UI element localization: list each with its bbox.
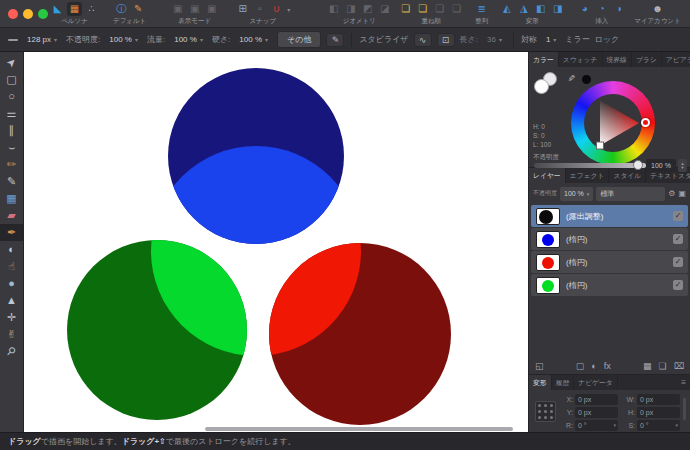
w-field-input[interactable]: 0 px	[637, 394, 680, 405]
color-opacity-slider[interactable]	[534, 163, 646, 168]
saturation-lightness-marker[interactable]	[597, 142, 604, 149]
flow-select[interactable]: 100 %▾	[170, 33, 207, 46]
synchronise-defaults-icon[interactable]: ⓘ	[114, 2, 129, 16]
insert-behind-icon[interactable]: ◕	[577, 2, 592, 16]
edit-brush-icon[interactable]: ✎	[326, 33, 344, 47]
layer-visibility-checkbox[interactable]: ✓	[673, 211, 683, 221]
column-marquee-tool[interactable]: ∥	[0, 122, 23, 139]
rotation-field-input[interactable]: 0 °▾	[575, 420, 618, 431]
snap-options-caret[interactable]: ▾	[287, 6, 290, 13]
blend-mode-select[interactable]: 標準	[596, 187, 665, 201]
pixel-persona-icon[interactable]: ▦	[67, 2, 82, 16]
color-opacity-stepper[interactable]: ▲▼	[678, 159, 687, 172]
layer-visibility-checkbox[interactable]: ✓	[673, 234, 683, 244]
zoom-window-button[interactable]	[38, 9, 48, 19]
color-wheel[interactable]	[571, 81, 655, 165]
layer-visibility-checkbox[interactable]: ✓	[673, 280, 683, 290]
color-picker-tool[interactable]: ✛	[0, 309, 23, 326]
mask-layer-icon[interactable]: ▢	[576, 358, 585, 374]
designer-persona-icon[interactable]: ◣	[50, 2, 65, 16]
document-canvas[interactable]	[24, 52, 528, 432]
move-to-front-icon[interactable]: ❏	[398, 2, 413, 16]
edit-all-layers-icon[interactable]: ◱	[535, 358, 544, 374]
close-window-button[interactable]	[8, 9, 18, 19]
view-tool[interactable]: ✌	[0, 326, 23, 343]
fill-color-swatch[interactable]	[534, 79, 549, 94]
tab-layers-0[interactable]: レイヤー	[529, 168, 566, 183]
smudge-tool[interactable]: ☝	[0, 258, 23, 275]
tab-transform-2[interactable]: ナビゲータ	[574, 375, 618, 390]
freehand-selection-tool[interactable]: ⌣	[0, 139, 23, 156]
erase-brush-tool[interactable]: ▰	[0, 207, 23, 224]
insert-on-top-icon[interactable]: ◑	[611, 2, 626, 16]
new-layer-icon[interactable]: ❏	[659, 358, 667, 374]
color-opacity-value[interactable]: 100 %	[646, 159, 676, 172]
snap-magnet-icon[interactable]: ∪	[269, 2, 284, 16]
color-opacity-knob[interactable]	[633, 160, 643, 170]
insert-inside-icon[interactable]: ◔	[594, 2, 609, 16]
layer-row-3[interactable]: (楕円)✓	[531, 274, 688, 296]
opacity-select[interactable]: 100 %▾	[105, 33, 142, 46]
window-stabilizer-icon[interactable]: ⊡	[437, 33, 455, 47]
move-forward-icon[interactable]: ❏	[415, 2, 430, 16]
snap-grid-icon[interactable]: ⊞	[235, 2, 250, 16]
tab-layers-1[interactable]: エフェクト	[566, 168, 610, 183]
minimize-window-button[interactable]	[23, 9, 33, 19]
layer-visibility-checkbox[interactable]: ✓	[673, 257, 683, 267]
layer-opacity-select[interactable]: 100 %▾	[560, 187, 593, 201]
selection-brush-tool[interactable]: ✏	[0, 156, 23, 173]
blend-options-gear-icon[interactable]: ⚙	[668, 189, 675, 198]
tab-color-0[interactable]: カラー	[529, 52, 559, 67]
snap-toggle-icon[interactable]: ▫	[252, 2, 267, 16]
shear-field-input[interactable]: 0 °▾	[637, 420, 680, 431]
tab-color-3[interactable]: ブラシ	[632, 52, 662, 67]
layer-row-0[interactable]: (露出調整)✓	[531, 205, 688, 227]
pixel-pencil-tool[interactable]: ✎	[0, 173, 23, 190]
edit-defaults-icon[interactable]: ✎	[131, 2, 146, 16]
anchor-point-selector[interactable]	[535, 401, 556, 422]
alignment-icon[interactable]: ≣	[474, 2, 489, 16]
more-button[interactable]: その他	[277, 31, 321, 48]
y-field-input[interactable]: 0 px	[575, 407, 618, 418]
row-marquee-tool[interactable]: ⚌	[0, 105, 23, 122]
mirror-toggle[interactable]: ミラー	[565, 34, 589, 45]
export-persona-icon[interactable]: ∴	[84, 2, 99, 16]
adjustment-layer-icon[interactable]: ◐	[591, 358, 596, 374]
rotate-ccw-icon[interactable]: ◧	[533, 2, 548, 16]
rect-marquee-tool[interactable]: ▢	[0, 71, 23, 88]
paint-brush-tool[interactable]: ✒	[0, 224, 23, 241]
layer-row-1[interactable]: (楕円)✓	[531, 228, 688, 250]
delete-layer-icon[interactable]: ⌧	[674, 358, 684, 374]
paint-mesh-tool[interactable]: ▦	[0, 190, 23, 207]
lock-layer-icon[interactable]: ▣	[678, 189, 686, 198]
tab-color-1[interactable]: スウォッチ	[559, 52, 603, 67]
ellipse-marquee-tool[interactable]: ○	[0, 88, 23, 105]
blur-tool[interactable]: ●	[0, 275, 23, 292]
dodge-brush-tool[interactable]: ◐	[0, 241, 23, 258]
length-select[interactable]: 36▾	[483, 33, 506, 46]
tab-color-4[interactable]: アピアランス	[662, 52, 690, 67]
lock-toggle[interactable]: ロック	[595, 34, 620, 45]
tab-transform-1[interactable]: 履歴	[552, 375, 575, 390]
flip-horizontal-icon[interactable]: ◭	[499, 2, 514, 16]
h-field-input[interactable]: 0 px	[637, 407, 680, 418]
flip-vertical-icon[interactable]: ◮	[516, 2, 531, 16]
layer-row-2[interactable]: (楕円)✓	[531, 251, 688, 273]
transform-panel-menu-icon[interactable]: ≡	[677, 375, 690, 390]
symmetry-select[interactable]: 1▾	[542, 33, 560, 46]
tab-layers-2[interactable]: スタイル	[609, 168, 646, 183]
horizontal-scrollbar[interactable]	[205, 427, 512, 431]
new-pixel-layer-icon[interactable]: ▦	[643, 358, 652, 374]
tab-transform-0[interactable]: 変形	[529, 375, 552, 390]
zoom-tool[interactable]: ⚲	[0, 343, 23, 360]
my-account-icon[interactable]: ☻	[650, 2, 665, 16]
hue-marker[interactable]	[641, 118, 650, 127]
brush-size-select[interactable]: 128 px▾	[23, 33, 61, 46]
tab-color-2[interactable]: 境界線	[603, 52, 632, 67]
rotate-cw-icon[interactable]: ◨	[550, 2, 565, 16]
layer-effects-icon[interactable]: fx	[604, 358, 611, 374]
x-field-input[interactable]: 0 px	[575, 394, 618, 405]
aspect-link-bar[interactable]	[683, 398, 686, 420]
sharpen-tool[interactable]: ▲	[0, 292, 23, 309]
move-tool[interactable]: ➤	[0, 54, 23, 71]
